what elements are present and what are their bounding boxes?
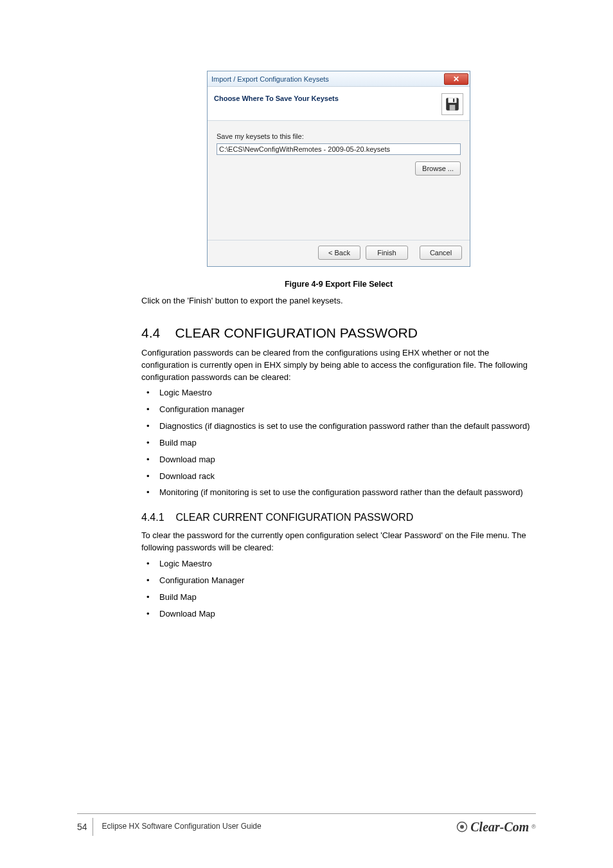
dialog-footer: < Back Finish Cancel	[208, 240, 470, 266]
list-item: Logic Maestro	[144, 387, 536, 399]
list-item: Build Map	[144, 592, 536, 604]
floppy-icon	[441, 93, 463, 115]
list-item: Download Map	[144, 608, 536, 620]
list-item: Download rack	[144, 471, 536, 483]
list-item: Diagnostics (if diagnostics is set to us…	[144, 420, 536, 433]
dialog-body: Save my keysets to this file: Browse ...	[208, 121, 470, 240]
list-item: Configuration Manager	[144, 575, 536, 587]
back-button[interactable]: < Back	[318, 246, 360, 260]
subsection-number: 4.4.1	[141, 512, 164, 523]
page-number: 54	[77, 818, 93, 836]
cancel-button[interactable]: Cancel	[420, 246, 462, 260]
list-item: Build map	[144, 437, 536, 449]
footer-doc-title: Eclipse HX Software Configuration User G…	[102, 822, 262, 832]
subsection-paragraph: To clear the password for the currently …	[141, 530, 536, 554]
svg-point-5	[460, 825, 464, 829]
subsection-title: CLEAR CURRENT CONFIGURATION PASSWORD	[175, 512, 413, 523]
figure-caption: Figure 4-9 Export File Select	[141, 280, 536, 289]
section-heading: 4.4 CLEAR CONFIGURATION PASSWORD	[141, 325, 536, 341]
section-number: 4.4	[141, 325, 160, 340]
svg-rect-2	[450, 105, 456, 111]
section-paragraph: Configuration passwords can be cleared f…	[141, 347, 536, 384]
dialog-header: Choose Where To Save Your Keysets	[208, 87, 470, 121]
bullet-list-1: Logic Maestro Configuration manager Diag…	[141, 387, 536, 499]
dialog-header-title: Choose Where To Save Your Keysets	[214, 95, 339, 102]
registered-mark: ®	[531, 824, 536, 830]
page-footer: 54 Eclipse HX Software Configuration Use…	[77, 813, 536, 836]
list-item: Download map	[144, 454, 536, 466]
bullet-list-2: Logic Maestro Configuration Manager Buil…	[141, 558, 536, 620]
logo-text: Clear-Com	[470, 820, 529, 835]
finish-button[interactable]: Finish	[366, 246, 408, 260]
list-item: Monitoring (if monitoring is set to use …	[144, 487, 536, 499]
close-button[interactable]: ✕	[444, 73, 468, 85]
caption-followup: Click on the 'Finish' button to export t…	[141, 295, 536, 307]
section-title: CLEAR CONFIGURATION PASSWORD	[175, 325, 418, 340]
brand-logo: Clear-Com ®	[456, 820, 536, 835]
svg-rect-3	[453, 98, 454, 102]
list-item: Configuration manager	[144, 404, 536, 416]
subsection-heading: 4.4.1 CLEAR CURRENT CONFIGURATION PASSWO…	[141, 512, 536, 523]
svg-rect-1	[449, 98, 457, 103]
dialog-title: Import / Export Configuration Keysets	[211, 75, 329, 83]
file-path-input[interactable]	[217, 143, 461, 155]
list-item: Logic Maestro	[144, 558, 536, 570]
save-label: Save my keysets to this file:	[217, 132, 461, 140]
dialog-window: Import / Export Configuration Keysets ✕ …	[207, 71, 470, 267]
close-icon: ✕	[453, 75, 459, 83]
browse-button[interactable]: Browse ...	[415, 161, 461, 176]
logo-icon	[456, 821, 468, 833]
dialog-titlebar: Import / Export Configuration Keysets ✕	[208, 71, 470, 87]
footer-divider	[77, 813, 536, 814]
